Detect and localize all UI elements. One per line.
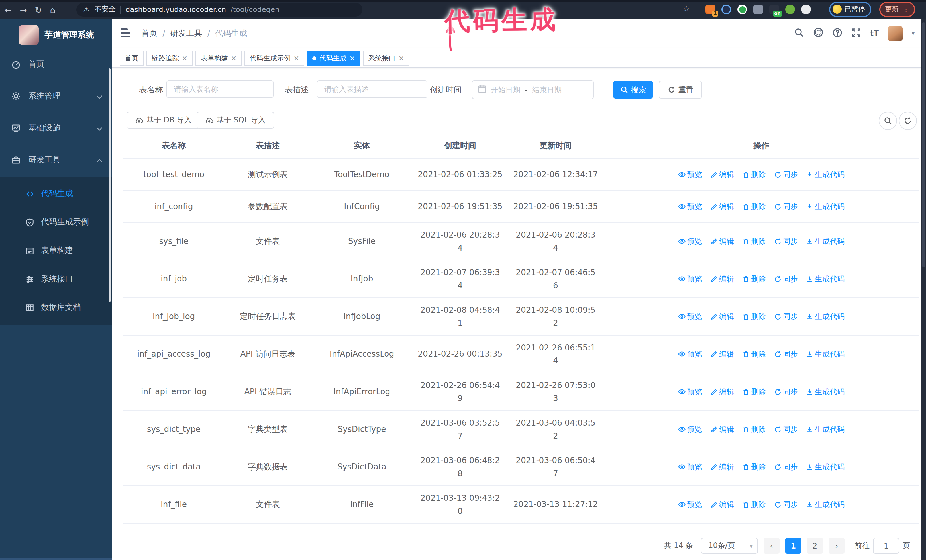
generate-code-link[interactable]: 生成代码 — [806, 347, 844, 361]
page-button-1[interactable]: 1 — [785, 538, 801, 554]
preview-link[interactable]: 预览 — [678, 498, 702, 511]
tab-home[interactable]: 首页 — [120, 51, 144, 65]
table-name-input[interactable] — [166, 80, 274, 98]
close-icon[interactable]: × — [231, 51, 236, 65]
sidebar-item-infra[interactable]: 基础设施 — [0, 112, 112, 144]
sync-link[interactable]: 同步 — [775, 498, 798, 511]
preview-link[interactable]: 预览 — [678, 385, 702, 398]
page-size-select[interactable]: 10条/页 ▾ — [701, 538, 758, 554]
breadcrumb-home[interactable]: 首页 — [141, 28, 157, 38]
extension-icon-3[interactable] — [737, 5, 747, 14]
sidebar-item-form-builder[interactable]: 表单构建 — [0, 236, 112, 265]
page-button-2[interactable]: 2 — [807, 538, 823, 554]
close-icon[interactable]: × — [294, 51, 299, 65]
generate-code-link[interactable]: 生成代码 — [806, 460, 844, 473]
help-icon[interactable] — [832, 28, 842, 39]
delete-link[interactable]: 删除 — [743, 423, 766, 436]
font-size-icon[interactable]: tT — [870, 29, 879, 38]
import-sql-button[interactable]: 基于 SQL 导入 — [197, 112, 274, 129]
tab-form-builder[interactable]: 表单构建× — [195, 51, 242, 65]
collapse-sidebar-icon[interactable] — [121, 29, 130, 37]
sync-link[interactable]: 同步 — [775, 272, 798, 285]
sidebar-item-codegen[interactable]: 代码生成 — [0, 180, 112, 208]
sync-link[interactable]: 同步 — [775, 423, 798, 436]
reset-button[interactable]: 重置 — [659, 81, 702, 98]
tab-tracing[interactable]: 链路追踪× — [147, 51, 193, 65]
preview-link[interactable]: 预览 — [678, 272, 702, 285]
generate-code-link[interactable]: 生成代码 — [806, 272, 844, 285]
sync-link[interactable]: 同步 — [775, 235, 798, 248]
generate-code-link[interactable]: 生成代码 — [806, 310, 844, 323]
edit-link[interactable]: 编辑 — [711, 423, 734, 436]
sync-link[interactable]: 同步 — [775, 385, 798, 398]
tab-codegen-example[interactable]: 代码生成示例× — [244, 51, 304, 65]
sync-link[interactable]: 同步 — [775, 200, 798, 213]
chevron-down-icon[interactable]: ▾ — [912, 30, 915, 36]
tab-api[interactable]: 系统接口× — [363, 51, 409, 65]
edit-link[interactable]: 编辑 — [711, 272, 734, 285]
sidebar-item-codegen-example[interactable]: 代码生成示例 — [0, 208, 112, 236]
prev-page-button[interactable]: ‹ — [764, 538, 779, 554]
browser-menu-icon[interactable]: ⋮ — [903, 5, 909, 13]
sidebar-scrollbar[interactable] — [109, 68, 110, 302]
edit-link[interactable]: 编辑 — [711, 498, 734, 511]
search-icon[interactable] — [794, 28, 804, 39]
preview-link[interactable]: 预览 — [678, 423, 702, 436]
sync-link[interactable]: 同步 — [775, 310, 798, 323]
edit-link[interactable]: 编辑 — [711, 168, 734, 181]
import-db-button[interactable]: 基于 DB 导入 — [127, 112, 200, 129]
close-icon[interactable]: × — [182, 51, 188, 65]
preview-link[interactable]: 预览 — [678, 235, 702, 248]
sidebar-item-system[interactable]: 系统管理 — [0, 80, 112, 112]
sidebar-item-db-doc[interactable]: 数据库文档 — [0, 293, 112, 322]
extension-icon-6[interactable] — [785, 5, 795, 14]
edit-link[interactable]: 编辑 — [711, 235, 734, 248]
table-desc-input[interactable] — [317, 80, 427, 98]
generate-code-link[interactable]: 生成代码 — [806, 168, 844, 181]
generate-code-link[interactable]: 生成代码 — [806, 498, 844, 511]
update-button[interactable]: 更新 ⋮ — [879, 2, 915, 17]
preview-link[interactable]: 预览 — [678, 200, 702, 213]
sync-link[interactable]: 同步 — [775, 460, 798, 473]
extension-icon-4[interactable] — [754, 5, 763, 14]
fullscreen-icon[interactable] — [851, 28, 861, 39]
delete-link[interactable]: 删除 — [743, 310, 766, 323]
delete-link[interactable]: 删除 — [743, 460, 766, 473]
browser-reload-icon[interactable]: ↻ — [35, 5, 42, 15]
avatar[interactable] — [888, 26, 903, 41]
date-range-picker[interactable]: 开始日期 - 结束日期 — [472, 80, 594, 99]
tab-codegen[interactable]: 代码生成× — [307, 51, 360, 65]
toggle-search-button[interactable] — [879, 112, 897, 130]
delete-link[interactable]: 删除 — [743, 200, 766, 213]
paused-badge[interactable]: 已暂停 — [829, 2, 871, 17]
github-icon[interactable] — [813, 27, 823, 39]
edit-link[interactable]: 编辑 — [711, 460, 734, 473]
generate-code-link[interactable]: 生成代码 — [806, 423, 844, 436]
edit-link[interactable]: 编辑 — [711, 200, 734, 213]
delete-link[interactable]: 删除 — [743, 385, 766, 398]
browser-forward-icon[interactable]: → — [20, 5, 27, 15]
extension-icon-7[interactable] — [801, 5, 811, 14]
edit-link[interactable]: 编辑 — [711, 310, 734, 323]
goto-page-input[interactable] — [873, 538, 899, 554]
close-icon[interactable]: × — [349, 51, 355, 65]
delete-link[interactable]: 删除 — [743, 235, 766, 248]
browser-back-icon[interactable]: ← — [5, 5, 12, 15]
address-bar[interactable]: ⚠ 不安全 dashboard.yudao.iocoder.cn/tool/co… — [76, 3, 362, 16]
sidebar-item-devtools[interactable]: 研发工具 — [0, 144, 112, 176]
search-button[interactable]: 搜索 — [613, 81, 653, 98]
close-icon[interactable]: × — [399, 51, 404, 65]
sync-link[interactable]: 同步 — [775, 347, 798, 361]
generate-code-link[interactable]: 生成代码 — [806, 200, 844, 213]
refresh-button[interactable] — [899, 112, 917, 130]
sidebar-item-api[interactable]: 系统接口 — [0, 265, 112, 293]
preview-link[interactable]: 预览 — [678, 168, 702, 181]
sync-link[interactable]: 同步 — [775, 168, 798, 181]
app-logo-row[interactable]: 芋道管理系统 — [0, 23, 112, 46]
bookmark-star-icon[interactable]: ☆ — [683, 4, 690, 13]
delete-link[interactable]: 删除 — [743, 168, 766, 181]
breadcrumb-devtools[interactable]: 研发工具 — [170, 28, 202, 38]
next-page-button[interactable]: › — [829, 538, 844, 554]
preview-link[interactable]: 预览 — [678, 310, 702, 323]
generate-code-link[interactable]: 生成代码 — [806, 385, 844, 398]
